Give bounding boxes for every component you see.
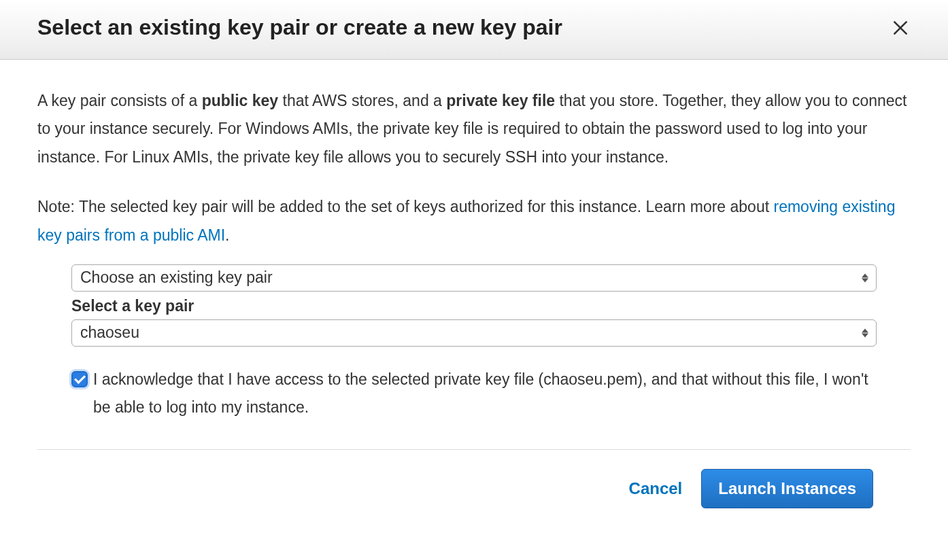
keypair-mode-select-wrapper: Choose an existing key pair xyxy=(71,264,877,292)
acknowledge-label: I acknowledge that I have access to the … xyxy=(93,366,877,422)
cancel-button[interactable]: Cancel xyxy=(629,479,683,498)
desc-part1: A key pair consists of a xyxy=(37,92,202,109)
close-icon[interactable] xyxy=(890,18,911,38)
keypair-mode-select[interactable]: Choose an existing key pair xyxy=(71,264,877,292)
dialog-title: Select an existing key pair or create a … xyxy=(37,15,562,40)
dialog-header: Select an existing key pair or create a … xyxy=(0,0,948,60)
form-section: Choose an existing key pair Select a key… xyxy=(37,264,911,422)
desc-bold1: public key xyxy=(202,92,278,109)
dialog-footer: Cancel Launch Instances xyxy=(37,449,911,527)
acknowledge-row: I acknowledge that I have access to the … xyxy=(71,366,877,422)
acknowledge-checkbox[interactable] xyxy=(71,371,88,387)
description-text: A key pair consists of a public key that… xyxy=(37,87,911,171)
desc-bold2: private key file xyxy=(446,92,555,109)
keypair-select-label: Select a key pair xyxy=(71,297,877,315)
dialog-body: A key pair consists of a public key that… xyxy=(0,60,948,449)
keypair-dialog: Select an existing key pair or create a … xyxy=(0,0,948,527)
note-suffix: . xyxy=(225,226,229,244)
launch-instances-button[interactable]: Launch Instances xyxy=(701,469,873,508)
keypair-select-wrapper: chaoseu xyxy=(71,319,877,347)
note-prefix: Note: The selected key pair will be adde… xyxy=(37,198,773,215)
keypair-select[interactable]: chaoseu xyxy=(71,319,877,347)
desc-part2: that AWS stores, and a xyxy=(278,92,446,109)
note-text: Note: The selected key pair will be adde… xyxy=(37,193,911,249)
